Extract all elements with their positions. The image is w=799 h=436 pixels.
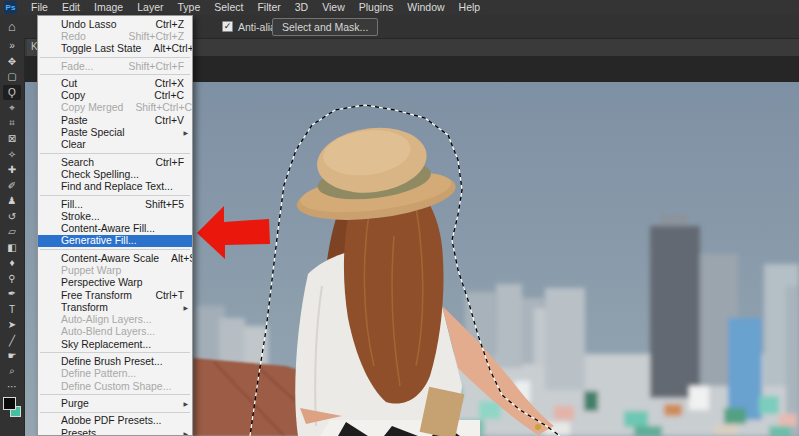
home-icon[interactable]: ⌂ xyxy=(8,19,16,34)
menu-item-shortcut: Alt+Shift+Ctrl+C xyxy=(159,253,193,264)
edit-menu-item-toggle-last-state[interactable]: Toggle Last StateAlt+Ctrl+Z xyxy=(38,43,192,55)
edit-menu-item-fill[interactable]: Fill...Shift+F5 xyxy=(38,198,192,210)
edit-menu-item-stroke[interactable]: Stroke... xyxy=(38,210,192,222)
menu-item-shortcut: Ctrl+T xyxy=(143,290,184,301)
menu-separator xyxy=(40,74,190,75)
edit-menu-item-paste[interactable]: PasteCtrl+V xyxy=(38,114,192,126)
history-brush-tool[interactable]: ↺ xyxy=(3,209,21,225)
menu-file[interactable]: File xyxy=(25,0,54,15)
crop-tool[interactable]: ⌗ xyxy=(3,116,21,132)
zoom-tool[interactable]: ⌕ xyxy=(3,364,21,380)
edit-menu-item-redo: RedoShift+Ctrl+Z xyxy=(38,30,192,42)
edit-menu-item-puppet-warp: Puppet Warp xyxy=(38,264,192,276)
menu-edit[interactable]: Edit xyxy=(56,0,86,15)
edit-menu-item-find-and-replace-text[interactable]: Find and Replace Text... xyxy=(38,181,192,193)
edit-menu-item-free-transform[interactable]: Free TransformCtrl+T xyxy=(38,289,192,301)
menu-item-label: Adobe PDF Presets... xyxy=(61,415,162,426)
edit-menu-item-purge[interactable]: Purge xyxy=(38,397,192,409)
photoshop-logo-icon: Ps xyxy=(4,1,17,14)
edit-menu-item-content-aware-fill[interactable]: Content-Aware Fill... xyxy=(38,222,192,234)
select-and-mask-button[interactable]: Select and Mask... xyxy=(272,18,378,36)
menu-view[interactable]: View xyxy=(316,0,351,15)
menu-item-label: Define Custom Shape... xyxy=(61,381,171,392)
more-tools[interactable]: ⋯ xyxy=(3,379,21,395)
path-select-tool[interactable]: ➤ xyxy=(3,317,21,333)
menu-image[interactable]: Image xyxy=(88,0,129,15)
menu-item-shortcut: Shift+F5 xyxy=(133,199,184,210)
edit-menu-item-sky-replacement[interactable]: Sky Replacement... xyxy=(38,338,192,350)
edit-menu-item-clear[interactable]: Clear xyxy=(38,139,192,151)
menu-item-label: Stroke... xyxy=(61,211,100,222)
photoshop-window: Ps FileEditImageLayerTypeSelectFilter3DV… xyxy=(0,0,799,436)
panel-collapse-icon[interactable]: » xyxy=(3,38,21,54)
menu-separator xyxy=(40,249,190,250)
anti-alias-checkbox[interactable]: ✓ xyxy=(222,21,233,32)
menu-separator xyxy=(40,394,190,395)
frame-tool[interactable]: ⊠ xyxy=(3,131,21,147)
edit-menu-item-cut[interactable]: CutCtrl+X xyxy=(38,77,192,89)
menu-window[interactable]: Window xyxy=(401,0,450,15)
menu-item-label: Free Transform xyxy=(61,290,132,301)
menu-item-label: Clear xyxy=(61,139,86,150)
edit-menu-item-define-brush-preset[interactable]: Define Brush Preset... xyxy=(38,355,192,367)
menu-item-label: Search xyxy=(61,157,94,168)
blur-tool[interactable]: ♦ xyxy=(3,255,21,271)
menu-item-label: Sky Replacement... xyxy=(61,339,151,350)
menu-item-label: Perspective Warp xyxy=(61,277,143,288)
menu-separator xyxy=(40,412,190,413)
pen-tool[interactable]: ✒ xyxy=(3,286,21,302)
menu-item-label: Auto-Align Layers... xyxy=(61,314,152,325)
eyedropper-tool[interactable]: ✧ xyxy=(3,147,21,163)
type-tool[interactable]: T xyxy=(3,302,21,318)
lasso-tool[interactable]: Ϙ xyxy=(3,85,21,101)
menu-item-shortcut: Shift+Ctrl+F xyxy=(117,61,184,72)
menu-item-shortcut: Shift+Ctrl+Z xyxy=(117,31,184,42)
menu-item-label: Copy Merged xyxy=(61,102,123,113)
move-tool[interactable]: ✥ xyxy=(3,54,21,70)
menu-filter[interactable]: Filter xyxy=(251,0,286,15)
menu-layer[interactable]: Layer xyxy=(131,0,169,15)
edit-menu-item-presets[interactable]: Presets xyxy=(38,427,192,436)
tools-panel: »✥▢Ϙ⌖⌗⊠✧✚✐♟↺▱◧♦⚲✒T➤╱☛⌕⋯ xyxy=(0,38,25,436)
edit-menu-item-check-spelling[interactable]: Check Spelling... xyxy=(38,168,192,180)
menu-help[interactable]: Help xyxy=(453,0,487,15)
color-swatches[interactable] xyxy=(3,397,21,417)
edit-menu-item-transform[interactable]: Transform xyxy=(38,301,192,313)
dodge-tool[interactable]: ⚲ xyxy=(3,271,21,287)
menu-item-label: Presets xyxy=(61,428,96,436)
marquee-tool[interactable]: ▢ xyxy=(3,69,21,85)
shape-tool[interactable]: ╱ xyxy=(3,333,21,349)
menu-3d[interactable]: 3D xyxy=(289,0,314,15)
menu-item-shortcut: Ctrl+C xyxy=(142,90,184,101)
edit-menu-item-define-custom-shape: Define Custom Shape... xyxy=(38,380,192,392)
edit-menu-item-adobe-pdf-presets[interactable]: Adobe PDF Presets... xyxy=(38,415,192,427)
menu-select[interactable]: Select xyxy=(208,0,249,15)
menu-item-shortcut: Ctrl+X xyxy=(143,78,184,89)
foreground-color-swatch[interactable] xyxy=(3,397,16,410)
edit-menu-item-copy[interactable]: CopyCtrl+C xyxy=(38,89,192,101)
menu-item-label: Transform xyxy=(61,302,108,313)
edit-menu-item-content-aware-scale[interactable]: Content-Aware ScaleAlt+Shift+Ctrl+C xyxy=(38,252,192,264)
eraser-tool[interactable]: ▱ xyxy=(3,224,21,240)
menu-type[interactable]: Type xyxy=(171,0,206,15)
menu-bar: Ps FileEditImageLayerTypeSelectFilter3DV… xyxy=(0,0,799,15)
brush-tool[interactable]: ✐ xyxy=(3,178,21,194)
edit-menu-item-undo-lasso[interactable]: Undo LassoCtrl+Z xyxy=(38,18,192,30)
menu-item-label: Content-Aware Fill... xyxy=(61,223,155,234)
edit-menu-item-search[interactable]: SearchCtrl+F xyxy=(38,156,192,168)
edit-menu-item-perspective-warp[interactable]: Perspective Warp xyxy=(38,277,192,289)
menu-item-label: Find and Replace Text... xyxy=(61,181,173,192)
menu-item-label: Copy xyxy=(61,90,85,101)
menu-item-label: Redo xyxy=(61,31,86,42)
menu-plugins[interactable]: Plugins xyxy=(353,0,399,15)
clone-stamp-tool[interactable]: ♟ xyxy=(3,193,21,209)
menu-item-label: Undo Lasso xyxy=(61,19,116,30)
gradient-tool[interactable]: ◧ xyxy=(3,240,21,256)
edit-menu-item-define-pattern: Define Pattern... xyxy=(38,368,192,380)
healing-brush-tool[interactable]: ✚ xyxy=(3,162,21,178)
edit-menu-item-paste-special[interactable]: Paste Special xyxy=(38,126,192,138)
hand-tool[interactable]: ☛ xyxy=(3,348,21,364)
object-selection-tool[interactable]: ⌖ xyxy=(3,100,21,116)
edit-menu-item-generative-fill[interactable]: Generative Fill... xyxy=(38,235,192,247)
menu-item-label: Check Spelling... xyxy=(61,169,139,180)
